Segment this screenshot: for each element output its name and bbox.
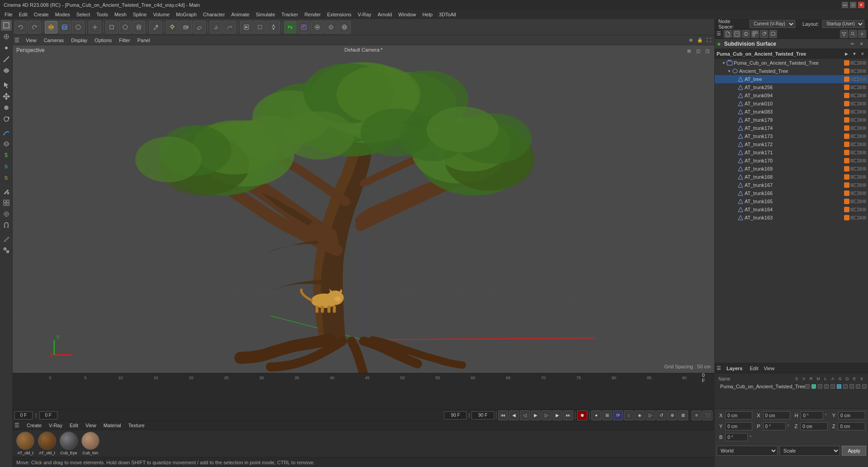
asset-button[interactable]: [311, 21, 324, 33]
coord-b-input[interactable]: [725, 433, 748, 441]
coord-h-input[interactable]: [801, 411, 823, 419]
sidebar-s2-icon[interactable]: S: [1, 172, 12, 183]
redo-button[interactable]: [28, 21, 41, 33]
node-space-dropdown[interactable]: Current (V-Ray): [750, 20, 795, 28]
layer-dot-x[interactable]: [862, 384, 867, 389]
hier-item-trunk172[interactable]: AT_trunk172: [715, 140, 868, 148]
pen-tool-button[interactable]: [149, 21, 162, 33]
axis-button[interactable]: [210, 21, 222, 33]
menu-extensions[interactable]: Extensions: [324, 11, 354, 18]
sidebar-mesh-icon[interactable]: [1, 31, 12, 42]
hier-item-trunk174[interactable]: AT_trunk174: [715, 124, 868, 132]
hier-item-trunk164[interactable]: AT_trunk164: [715, 205, 868, 214]
mat-material-menu[interactable]: Material: [102, 422, 123, 429]
coord-x-pos-input[interactable]: [725, 411, 752, 419]
rpanel-settings-icon[interactable]: [858, 30, 866, 38]
preferences-button[interactable]: [325, 21, 337, 33]
scene-expand-icon[interactable]: ▶: [843, 50, 850, 57]
rpanel-search-icon[interactable]: [849, 30, 857, 38]
go-end-button[interactable]: ⏭: [563, 410, 573, 420]
light-button[interactable]: [166, 21, 179, 33]
loop-button[interactable]: ↺: [656, 410, 666, 420]
vp-filter-btn[interactable]: Filter: [116, 37, 132, 43]
vp-camera-sync-icon[interactable]: ⊕: [687, 37, 694, 44]
menu-mograph[interactable]: MoGraph: [173, 11, 199, 18]
sidebar-sphere-icon[interactable]: [1, 138, 12, 149]
list-view-button[interactable]: ≡: [692, 410, 702, 420]
menu-character[interactable]: Character: [200, 11, 227, 18]
stop-button[interactable]: ⊠: [678, 410, 688, 420]
menu-window[interactable]: Window: [396, 11, 419, 18]
menu-modes[interactable]: Modes: [52, 11, 73, 18]
sidebar-move-icon[interactable]: [1, 91, 12, 102]
vp-fullscreen-icon[interactable]: ⛶: [705, 37, 712, 44]
menu-arnold[interactable]: Arnold: [375, 11, 395, 18]
rpanel-tags-icon[interactable]: [760, 30, 768, 38]
menu-simulate[interactable]: Simulate: [253, 11, 278, 18]
rpanel-view-icon[interactable]: [742, 30, 750, 38]
timeline-tracks[interactable]: [13, 382, 714, 409]
hier-item-trunk169[interactable]: AT_trunk169: [715, 165, 868, 173]
sidebar-polygon-icon[interactable]: [1, 65, 12, 76]
ikfk-button[interactable]: ↕: [624, 410, 634, 420]
hier-item-trunk010[interactable]: AT_trunk010: [715, 100, 868, 108]
record-button[interactable]: ⏺: [577, 410, 587, 420]
cylinder-button[interactable]: [132, 21, 145, 33]
layers-view-menu[interactable]: View: [764, 366, 774, 371]
world-dropdown[interactable]: World Object: [717, 446, 778, 456]
scene-collapse-icon[interactable]: ▼: [851, 50, 858, 57]
menu-mesh[interactable]: Mesh: [112, 11, 129, 18]
sidebar-filter-icon[interactable]: [1, 209, 12, 219]
graph-view-button[interactable]: ⬛: [703, 410, 712, 420]
mat-create-menu[interactable]: Create: [25, 422, 43, 429]
menu-volume[interactable]: Volume: [151, 11, 173, 18]
prev-key-button[interactable]: ◁: [520, 410, 530, 420]
rpanel-bookmarks-icon[interactable]: [769, 30, 777, 38]
go-start-button[interactable]: ⏮: [498, 410, 508, 420]
render-region-button[interactable]: [254, 21, 266, 33]
vp-display-btn[interactable]: Display: [68, 37, 90, 43]
vp-icon-1[interactable]: ⊞: [685, 47, 693, 54]
sidebar-edge-icon[interactable]: [1, 54, 12, 65]
undo-button[interactable]: [14, 21, 27, 33]
layer-dot-m[interactable]: [824, 384, 829, 389]
viewport-menu-icon[interactable]: ☰: [14, 37, 19, 43]
layer-dot-d[interactable]: [849, 384, 854, 389]
sidebar-weld-icon[interactable]: [1, 245, 12, 256]
hier-item-trunk179[interactable]: AT_trunk179: [715, 116, 868, 124]
menu-help[interactable]: Help: [420, 11, 435, 18]
minimize-button[interactable]: —: [842, 2, 848, 8]
rpanel-menu-icon[interactable]: ☰: [717, 31, 721, 37]
end-frame-display[interactable]: [444, 411, 467, 419]
hier-item-trunk168[interactable]: AT_trunk168: [715, 173, 868, 181]
next-frame-button[interactable]: ▶: [552, 410, 562, 420]
coord-z-pos-input[interactable]: [800, 422, 828, 430]
vp-icon-3[interactable]: ◳: [703, 47, 711, 54]
menu-select[interactable]: Select: [74, 11, 93, 18]
layer-dot-r[interactable]: [818, 384, 822, 389]
material-item-3[interactable]: Cub_MA: [81, 432, 99, 455]
layer-dot-g[interactable]: [843, 384, 848, 389]
rpanel-objects-icon[interactable]: [751, 30, 759, 38]
hier-item-at-tree[interactable]: AT_tree: [715, 75, 868, 83]
timeline-button[interactable]: ⊞: [602, 410, 612, 420]
coord-ysize-input[interactable]: [725, 422, 752, 430]
script-button[interactable]: [297, 21, 310, 33]
sidebar-curve-icon[interactable]: [1, 127, 12, 138]
rpanel-filter-icon[interactable]: [840, 30, 848, 38]
vp-view-btn[interactable]: View: [23, 37, 39, 43]
hier-item-ancient[interactable]: ▼ Ancient_Twisted_Tree: [715, 67, 868, 75]
rpanel-file-icon[interactable]: [724, 30, 732, 38]
coord-zsize-input[interactable]: [838, 422, 865, 430]
python-button[interactable]: Py: [284, 21, 297, 33]
coord-p-input[interactable]: [763, 422, 786, 430]
material-item-1[interactable]: AT_old_t: [38, 432, 56, 455]
menu-tools[interactable]: Tools: [94, 11, 111, 18]
mat-vray-menu[interactable]: V-Ray: [47, 422, 64, 429]
sidebar-scale-icon[interactable]: [1, 102, 12, 113]
menu-spline[interactable]: Spline: [130, 11, 150, 18]
hier-item-root[interactable]: ▼ Puma_Cub_on_Ancient_Twisted_Tree: [715, 59, 868, 67]
preview-button[interactable]: ▷: [646, 410, 656, 420]
layers-edit-menu[interactable]: Edit: [750, 366, 758, 371]
current-frame-input[interactable]: [39, 411, 57, 419]
